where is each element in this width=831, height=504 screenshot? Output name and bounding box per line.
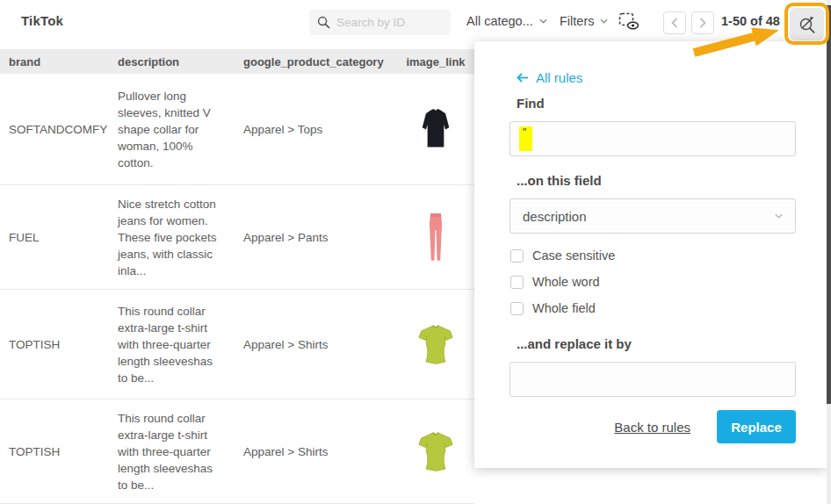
brand-cell: TOPTISH	[0, 443, 118, 460]
category-cell: Apparel > Shirts	[243, 336, 397, 353]
description-cell: This round collar extra-large t-shirt wi…	[118, 303, 243, 386]
image-cell	[397, 106, 474, 152]
product-image-black-long-sleeve-top	[421, 106, 451, 152]
whole-word-label: Whole word	[532, 275, 600, 289]
product-image-green-t-shirt	[418, 431, 453, 472]
select-columns-preview-button[interactable]	[618, 12, 643, 32]
find-replace-button[interactable]	[790, 8, 824, 40]
search-input[interactable]	[336, 16, 443, 29]
search-input-wrapper[interactable]	[309, 10, 451, 35]
all-rules-back-link[interactable]: All rules	[517, 70, 582, 85]
pagination-range: 1-50 of 48	[721, 0, 780, 41]
whole-word-checkbox[interactable]	[510, 276, 524, 289]
case-sensitive-label: Case sensitive	[532, 248, 615, 263]
products-table: brand description google_product_categor…	[0, 49, 474, 504]
whole-word-checkbox-row[interactable]: Whole word	[510, 275, 600, 289]
replace-button[interactable]: Replace	[717, 410, 796, 443]
chevron-right-icon	[699, 18, 706, 28]
left-arrow-icon	[517, 73, 529, 83]
description-cell: Nice stretch cotton jeans for women. The…	[118, 196, 243, 279]
chevron-down-icon	[539, 18, 547, 24]
brand-cell: FUEL	[0, 229, 118, 246]
page-scrollbar-thumb[interactable]	[827, 5, 831, 404]
brand-cell: SOFTANDCOMFY	[0, 121, 118, 138]
whole-field-checkbox-row[interactable]: Whole field	[510, 301, 596, 315]
product-image-green-t-shirt	[418, 324, 453, 365]
whole-field-label: Whole field	[532, 301, 596, 315]
page-scrollbar-track[interactable]	[827, 0, 831, 504]
image-cell	[397, 324, 474, 365]
on-this-field-label: ...on this field	[517, 173, 602, 188]
field-select-value: description	[523, 209, 587, 224]
all-rules-link-label: All rules	[536, 70, 582, 85]
replace-by-label: ...and replace it by	[517, 336, 632, 351]
find-label: Find	[517, 96, 545, 111]
preview-eye-icon	[618, 12, 641, 32]
description-cell: Pullover long sleeves, knitted V shape c…	[118, 88, 243, 171]
filters-dropdown[interactable]: Filters	[560, 0, 608, 41]
column-header-description[interactable]: description	[118, 55, 243, 68]
whole-field-checkbox[interactable]	[510, 302, 524, 315]
find-replace-icon	[798, 15, 817, 34]
category-dropdown[interactable]: All catego...	[466, 0, 547, 41]
search-icon	[317, 16, 330, 29]
category-cell: Apparel > Shirts	[243, 443, 397, 460]
replace-input[interactable]	[509, 362, 796, 397]
column-header-brand[interactable]: brand	[0, 55, 118, 68]
table-row[interactable]: TOPTISH This round collar extra-large t-…	[0, 400, 474, 504]
product-image-pink-jeans	[429, 212, 443, 263]
chevron-down-icon	[775, 213, 783, 219]
image-cell	[397, 431, 474, 472]
chevron-left-icon	[671, 18, 678, 28]
field-select[interactable]: description	[509, 198, 796, 234]
highlighted-find-value: "	[519, 126, 532, 151]
case-sensitive-checkbox[interactable]	[510, 249, 524, 263]
category-dropdown-label: All catego...	[466, 14, 533, 28]
category-cell: Apparel > Tops	[243, 121, 397, 138]
pagination-prev-button[interactable]	[663, 11, 686, 34]
table-row[interactable]: TOPTISH This round collar extra-large t-…	[0, 290, 474, 400]
page-title: TikTok	[21, 0, 63, 41]
table-header-row: brand description google_product_categor…	[0, 49, 474, 74]
back-to-rules-link[interactable]: Back to rules	[614, 420, 690, 435]
column-header-image-link[interactable]: image_link	[397, 55, 474, 68]
chevron-down-icon	[600, 18, 608, 24]
find-input[interactable]: "	[509, 121, 796, 156]
pagination-next-button[interactable]	[691, 11, 714, 34]
filters-dropdown-label: Filters	[560, 14, 594, 28]
top-bar: TikTok All catego... Filters	[0, 0, 831, 41]
find-replace-panel: All rules Find " ...on this field descri…	[474, 41, 827, 468]
image-cell	[397, 212, 474, 263]
brand-cell: TOPTISH	[0, 336, 118, 353]
table-row[interactable]: FUEL Nice stretch cotton jeans for women…	[0, 185, 474, 290]
panel-footer: Back to rules Replace	[614, 410, 796, 443]
category-cell: Apparel > Pants	[243, 229, 397, 246]
column-header-google-product-category[interactable]: google_product_category	[243, 55, 397, 68]
table-row[interactable]: SOFTANDCOMFY Pullover long sleeves, knit…	[0, 74, 474, 185]
case-sensitive-checkbox-row[interactable]: Case sensitive	[510, 248, 615, 263]
description-cell: This round collar extra-large t-shirt wi…	[118, 410, 243, 493]
